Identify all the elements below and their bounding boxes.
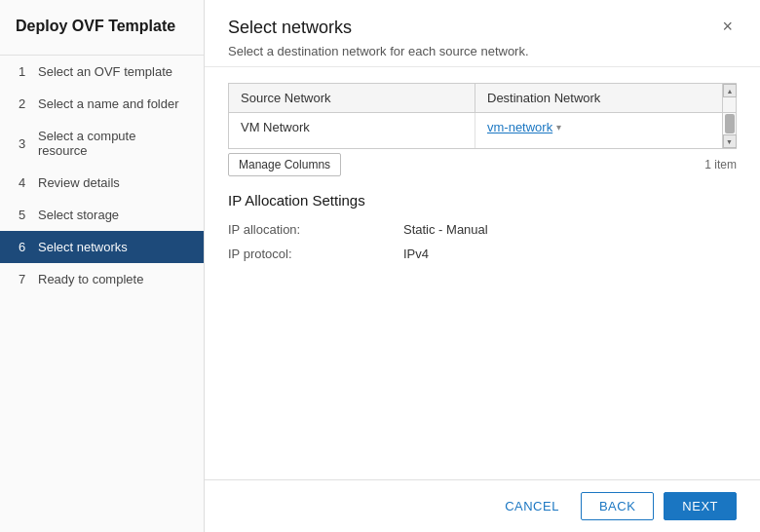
table-header: Source Network Destination Network ▲ — [229, 84, 736, 113]
close-button[interactable]: × — [718, 18, 737, 35]
dialog-footer: CANCEL BACK NEXT — [205, 479, 760, 532]
manage-columns-button[interactable]: Manage Columns — [228, 153, 341, 176]
page-title: Select networks — [228, 18, 529, 38]
network-table-container: Source Network Destination Network ▲ VM … — [228, 83, 737, 149]
sidebar-item-label: Select storage — [38, 208, 119, 222]
page-subtitle: Select a destination network for each so… — [228, 44, 529, 58]
table-row: VM Network vm-network ▾ ▼ — [229, 113, 736, 148]
scrollbar-up-arrow[interactable]: ▲ — [723, 84, 737, 97]
ip-field-value: IPv4 — [403, 247, 429, 261]
sidebar-item-label: Ready to complete — [38, 272, 143, 286]
scrollbar-thumb — [725, 114, 735, 133]
next-button[interactable]: NEXT — [664, 492, 737, 520]
ip-field-label: IP allocation: — [228, 222, 403, 237]
cancel-button[interactable]: CANCEL — [493, 493, 571, 519]
sidebar-title: Deploy OVF Template — [0, 0, 204, 56]
cell-destination-network: vm-network ▾ — [475, 113, 722, 148]
sidebar: Deploy OVF Template 1Select an OVF templ… — [0, 0, 205, 532]
dropdown-arrow-icon[interactable]: ▾ — [556, 122, 561, 133]
sidebar-item-7[interactable]: 7Ready to complete — [0, 263, 204, 295]
ip-section-title: IP Allocation Settings — [228, 192, 737, 209]
sidebar-item-3[interactable]: 3Select a compute resource — [0, 120, 204, 167]
sidebar-item-5[interactable]: 5Select storage — [0, 199, 204, 231]
step-number: 2 — [19, 96, 30, 111]
main-panel: Select networks Select a destination net… — [205, 0, 760, 532]
sidebar-item-1[interactable]: 1Select an OVF template — [0, 56, 204, 88]
ip-field-row: IP allocation:Static - Manual — [228, 222, 737, 237]
ip-field-label: IP protocol: — [228, 247, 403, 261]
sidebar-items: 1Select an OVF template2Select a name an… — [0, 56, 204, 295]
sidebar-item-label: Select a name and folder — [38, 96, 179, 111]
sidebar-item-6[interactable]: 6Select networks — [0, 231, 204, 263]
sidebar-item-label: Review details — [38, 175, 120, 190]
step-number: 6 — [19, 240, 30, 254]
sidebar-item-label: Select an OVF template — [38, 64, 172, 79]
ip-field-row: IP protocol:IPv4 — [228, 247, 737, 261]
ip-field-value: Static - Manual — [403, 222, 488, 237]
scrollbar-down-arrow[interactable]: ▼ — [723, 134, 737, 148]
main-header: Select networks Select a destination net… — [205, 0, 760, 67]
scrollbar-body: ▼ — [722, 113, 736, 148]
sidebar-item-label: Select a compute resource — [38, 129, 188, 158]
scrollbar-header-spacer: ▲ — [722, 84, 736, 113]
sidebar-item-2[interactable]: 2Select a name and folder — [0, 88, 204, 120]
step-number: 5 — [19, 208, 30, 222]
destination-value: vm-network — [487, 120, 552, 134]
col-destination-network: Destination Network — [475, 84, 722, 113]
ip-fields: IP allocation:Static - ManualIP protocol… — [228, 222, 737, 261]
ip-allocation-section: IP Allocation Settings IP allocation:Sta… — [228, 192, 737, 261]
deploy-ovf-dialog: Deploy OVF Template 1Select an OVF templ… — [0, 0, 760, 532]
step-number: 3 — [19, 136, 30, 151]
cell-source-network: VM Network — [229, 113, 475, 148]
col-source-network: Source Network — [229, 84, 475, 113]
main-body: Source Network Destination Network ▲ VM … — [205, 67, 760, 479]
sidebar-item-label: Select networks — [38, 240, 128, 254]
step-number: 7 — [19, 272, 30, 286]
step-number: 1 — [19, 64, 30, 79]
sidebar-item-4[interactable]: 4Review details — [0, 167, 204, 199]
item-count: 1 item — [704, 158, 737, 171]
step-number: 4 — [19, 175, 30, 190]
table-footer: Manage Columns 1 item — [228, 153, 737, 176]
back-button[interactable]: BACK — [581, 492, 654, 520]
